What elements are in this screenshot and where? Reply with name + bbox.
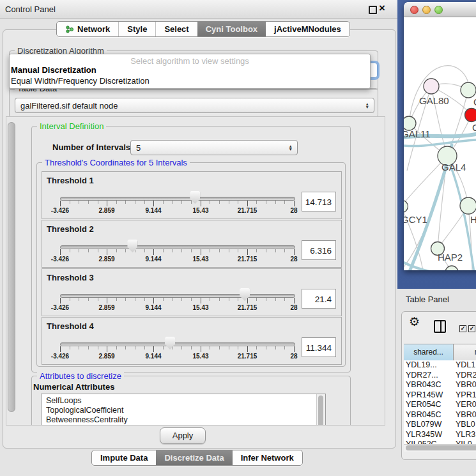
close-icon[interactable]: × <box>379 2 385 15</box>
node-selected-red[interactable] <box>465 109 476 122</box>
list-item[interactable]: SelfLoops <box>42 394 325 406</box>
control-panel-titlebar: Control Panel × <box>0 0 397 19</box>
table-row[interactable]: YDR27... YDR2 <box>404 371 476 381</box>
right-pane: GAL80 G. C GAL11 GAL4 GCY1 H HAP2 Table … <box>397 0 476 476</box>
bottom-tab-bar: Impute Data Discretize Data Infer Networ… <box>91 450 303 466</box>
algorithm-dropdown-popup: Select algorithm to view settings Manual… <box>9 54 371 89</box>
column-header-name[interactable]: na <box>454 344 476 360</box>
network-canvas[interactable]: GAL80 G. C GAL11 GAL4 GCY1 H HAP2 <box>404 17 476 270</box>
dropdown-option-manual[interactable]: Manual Discretization <box>11 65 96 75</box>
top-tab-bar: Network Style Select Cyni Toolbox jActiv… <box>56 21 350 37</box>
spinner-arrows-icon: ▲▼ <box>365 102 374 109</box>
node-label: C <box>472 122 476 133</box>
node-label: GAL11 <box>404 128 431 139</box>
list-item[interactable]: BetweennessCentrality <box>42 415 325 425</box>
node-label: G. <box>473 96 476 107</box>
node-label: GAL4 <box>441 162 466 173</box>
attributes-group: Attributes to discretize Numerical Attri… <box>31 376 351 426</box>
network-view-window: GAL80 G. C GAL11 GAL4 GCY1 H HAP2 <box>404 2 476 270</box>
threshold-2-box: Threshold 2 -3.426 2.859 9.144 15.43 21.… <box>42 220 342 268</box>
zoom-window-icon[interactable] <box>434 6 443 14</box>
node-right-mid[interactable] <box>460 197 476 214</box>
gear-icon[interactable]: ⚙ <box>409 314 420 329</box>
table-panel-title: Table Panel <box>406 295 449 304</box>
network-window-titlebar[interactable] <box>404 2 476 17</box>
network-graph: GAL80 G. C GAL11 GAL4 GCY1 H HAP2 <box>404 17 476 270</box>
checkbox-icon[interactable]: ✓ <box>468 325 475 332</box>
node-top-right[interactable] <box>461 82 476 98</box>
checkbox-icon[interactable]: ✓ <box>459 325 466 332</box>
thresholds-group: Threshold's Coordinates for 5 Intervals … <box>36 162 346 367</box>
close-window-icon[interactable] <box>410 6 418 14</box>
numerical-attributes-label: Numerical Attributes <box>33 382 114 392</box>
table-rows: YDL19... YDL1 YDR27... YDR2 YBR043C YBR0… <box>404 360 476 444</box>
list-item[interactable]: TopologicalCoefficient <box>42 406 325 415</box>
tab-network-label: Network <box>77 24 110 34</box>
threshold-3-value-field[interactable]: 21.4 <box>302 289 336 309</box>
threshold-2-value-field[interactable]: 6.316 <box>302 240 336 260</box>
threshold-1-value-field[interactable]: 14.713 <box>302 192 336 211</box>
table-header: shared... na <box>404 344 476 361</box>
tab-cyni-toolbox[interactable]: Cyni Toolbox <box>197 22 266 36</box>
tab-impute-data[interactable]: Impute Data <box>92 450 156 465</box>
node-bottom[interactable] <box>445 266 458 270</box>
table-row[interactable]: YLR345W YLR3 <box>404 430 476 440</box>
dropdown-placeholder: Select algorithm to view settings <box>10 56 370 66</box>
table-row[interactable]: YBR045C YBR0 <box>404 410 476 420</box>
table-panel: ⚙ ✓ ✓ shared... na YDL19... YDL1 YDR27..… <box>401 311 476 460</box>
table-row[interactable]: YER054C YER0 <box>404 400 476 410</box>
table-row[interactable]: YDL19... YDL1 <box>404 360 476 371</box>
network-icon <box>65 25 74 34</box>
tab-select[interactable]: Select <box>155 22 197 36</box>
dropdown-option-equal-width[interactable]: Equal Width/Frequency Discretization <box>11 76 150 86</box>
num-intervals-label: Number of Intervals <box>52 142 130 152</box>
node-gcy1[interactable] <box>404 201 408 213</box>
table-hscrollbar-thumb[interactable] <box>406 445 476 450</box>
node-label: GCY1 <box>404 214 427 225</box>
list-scrollbar[interactable] <box>316 394 325 426</box>
apply-button[interactable]: Apply <box>160 427 206 444</box>
table-data-group: Table Data galFiltered.sif default node … <box>9 88 378 118</box>
settings-scroll-viewport: Interval Definition Number of Intervals … <box>6 116 385 426</box>
float-window-icon[interactable] <box>369 6 377 14</box>
node-label: HAP2 <box>438 252 463 263</box>
table-horizontal-scrollbar[interactable] <box>404 444 476 452</box>
tab-discretize-data[interactable]: Discretize Data <box>156 450 232 465</box>
node-label: GAL80 <box>419 95 449 106</box>
attributes-group-label: Attributes to discretize <box>37 371 124 381</box>
num-intervals-combobox[interactable]: 5 ▲▼ <box>130 140 298 155</box>
threshold-4-value-field[interactable]: 11.344 <box>302 337 336 357</box>
table-row[interactable]: YPR145W YPR1 <box>404 390 476 401</box>
table-row[interactable]: YIL052C YIL0 <box>404 440 476 444</box>
thresholds-group-label: Threshold's Coordinates for 5 Intervals <box>42 158 190 167</box>
tab-network[interactable]: Network <box>57 22 118 36</box>
threshold-1-box: Threshold 1 -3.426 2.859 9.144 15.43 21.… <box>42 171 342 219</box>
main-scrollbar-thumb[interactable] <box>8 122 15 412</box>
panel-title: Control Panel <box>5 4 56 14</box>
tab-style[interactable]: Style <box>118 22 155 36</box>
threshold-4-box: Threshold 4 -3.426 2.859 9.144 15.43 21.… <box>42 317 342 365</box>
threshold-3-box: Threshold 3 -3.426 2.859 9.144 15.43 21.… <box>42 268 342 316</box>
numerical-attributes-list[interactable]: SelfLoops TopologicalCoefficient Between… <box>41 394 326 426</box>
tab-jactivemnodules[interactable]: jActiveMNodules <box>266 22 349 36</box>
spinner-arrows-icon: ▲▼ <box>289 144 297 151</box>
table-row[interactable]: YBR043C YBR0 <box>404 380 476 390</box>
screen: Control Panel × Network Style Select Cyn… <box>0 0 476 476</box>
split-columns-icon[interactable] <box>434 320 446 333</box>
interval-definition-group: Interval Definition Number of Intervals … <box>31 126 351 372</box>
minimize-window-icon[interactable] <box>422 6 431 14</box>
column-header-shared-name[interactable]: shared... <box>404 344 454 360</box>
table-data-combobox[interactable]: galFiltered.sif default node ▲▼ <box>15 98 374 113</box>
node-gal80[interactable] <box>424 79 439 94</box>
table-row[interactable]: YBL079W YBL0 <box>404 420 476 430</box>
tab-infer-network[interactable]: Infer Network <box>233 450 302 465</box>
node-label: H <box>470 214 476 225</box>
interval-definition-label: Interval Definition <box>37 121 106 131</box>
